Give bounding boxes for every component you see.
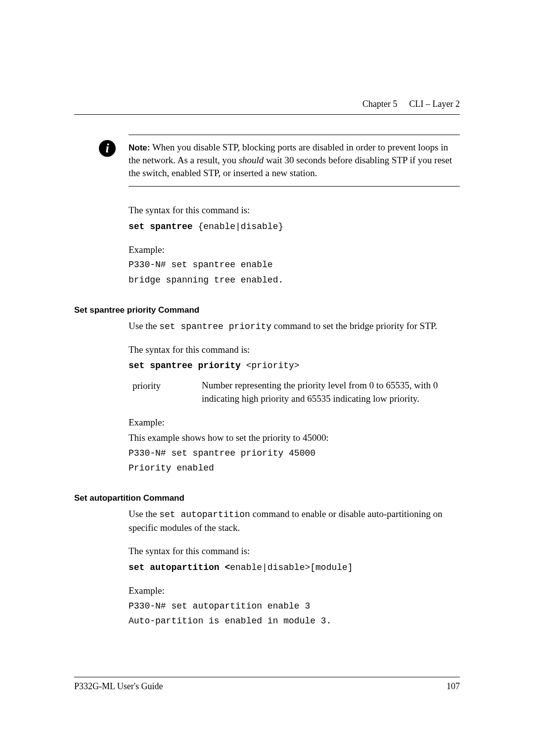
spantree-syntax-block: The syntax for this command is: set span… [129,203,460,233]
footer-rule [74,677,460,677]
syntax-line: set spantree {enable|disable} [129,219,460,233]
autopartition-example-block: Example: P330-N# set autopartition enabl… [129,584,460,627]
syntax-intro: The syntax for this command is: [129,343,460,357]
syntax-intro: The syntax for this command is: [129,544,460,558]
info-icon: i [99,140,116,157]
syntax-line: set autopartition <enable|disable>[modul… [129,560,460,574]
cmd-bold: set autopartition < [129,563,230,572]
page-header: Chapter 5 CLI – Layer 2 [74,99,460,109]
priority-syntax-block: The syntax for this command is: set span… [129,343,460,406]
section-heading-priority: Set spantree priority Command [74,305,460,315]
use-cmd: set spantree priority [159,322,271,331]
cmd-rest: {enable|disable} [193,222,284,232]
use-pre: Use the [129,321,159,331]
example-line1: P330-N# set autopartition enable 3 [129,600,460,613]
header-chapter: Chapter 5 [362,99,397,109]
example-label: Example: [129,584,460,598]
page-footer: P332G-ML User's Guide 107 [74,677,460,692]
example-line2: bridge spanning tree enabled. [129,274,460,286]
example-label: Example: [129,416,460,429]
spantree-example-block: Example: P330-N# set spantree enable bri… [129,243,460,286]
section-heading-autopartition: Set autopartition Command [74,493,460,503]
syntax-line: set spantree priority <priority> [129,358,460,372]
use-pre: Use the [129,509,159,519]
footer-page-number: 107 [446,681,460,692]
example-line2: Priority enabled [129,462,460,474]
autopartition-syntax-block: The syntax for this command is: set auto… [129,544,460,574]
priority-example-block: Example: This example shows how to set t… [129,416,460,474]
cmd-bold: set spantree priority [129,361,246,371]
example-line2: Auto-partition is enabled in module 3. [129,614,460,627]
param-name: priority [133,379,172,405]
priority-use-line: Use the set spantree priority command to… [129,319,460,333]
use-cmd: set autopartition [159,510,250,520]
note-block: i Note: When you disable STP, blocking p… [129,135,460,187]
example-line1: P330-N# set spantree enable [129,258,460,271]
cmd-rest: enable|disable>[module] [230,563,353,572]
cmd-bold: set spantree [129,222,193,232]
use-post: command to set the bridge priority for S… [271,321,437,331]
cmd-rest: <priority> [246,361,300,371]
param-row: priority Number representing the priorit… [133,379,460,405]
priority-use-block: Use the set spantree priority command to… [129,319,460,333]
example-intro: This example shows how to set the priori… [129,431,460,445]
autopartition-use-line: Use the set autopartition command to ena… [129,507,460,535]
example-label: Example: [129,243,460,257]
autopartition-use-block: Use the set autopartition command to ena… [129,507,460,535]
note-label: Note: [129,143,150,152]
header-rule [74,114,460,115]
example-line1: P330-N# set spantree priority 45000 [129,447,460,460]
footer-guide: P332G-ML User's Guide [74,681,163,692]
header-title: CLI – Layer 2 [409,99,460,109]
param-desc: Number representing the priority level f… [202,379,460,405]
note-text: Note: When you disable STP, blocking por… [129,141,460,179]
note-should: should [239,155,264,165]
syntax-intro: The syntax for this command is: [129,203,460,217]
